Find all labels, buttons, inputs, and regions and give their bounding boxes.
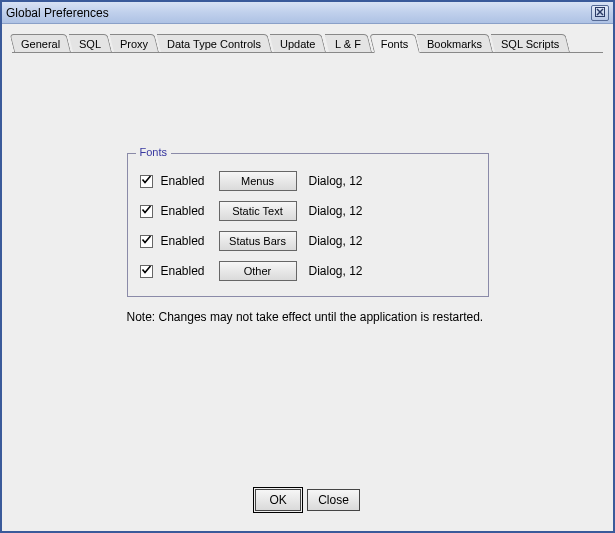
tab-general[interactable]: General (10, 34, 72, 52)
enabled-checkbox-static-text[interactable] (140, 205, 153, 218)
tab-sql-scripts[interactable]: SQL Scripts (491, 34, 571, 52)
fonts-legend: Fonts (136, 146, 172, 158)
restart-note: Note: Changes may not take effect until … (127, 309, 489, 325)
font-row-static-text: Enabled Static Text Dialog, 12 (140, 198, 476, 224)
tab-bookmarks[interactable]: Bookmarks (417, 34, 494, 52)
font-row-other: Enabled Other Dialog, 12 (140, 258, 476, 284)
tab-l-and-f[interactable]: L & F (324, 34, 371, 52)
font-desc-menus: Dialog, 12 (309, 174, 363, 188)
tabstrip: General SQL Proxy Data Type Controls Upd… (14, 30, 603, 52)
enabled-checkbox-status-bars[interactable] (140, 235, 153, 248)
enabled-checkbox-menus[interactable] (140, 175, 153, 188)
close-icon (595, 6, 605, 20)
content-area: General SQL Proxy Data Type Controls Upd… (2, 24, 613, 531)
tab-data-type-controls[interactable]: Data Type Controls (157, 34, 272, 52)
enabled-label: Enabled (161, 174, 211, 188)
tab-sql[interactable]: SQL (69, 34, 113, 52)
enabled-label: Enabled (161, 264, 211, 278)
font-desc-static-text: Dialog, 12 (309, 204, 363, 218)
check-icon (141, 264, 152, 278)
ok-button[interactable]: OK (255, 489, 301, 511)
enabled-label: Enabled (161, 234, 211, 248)
tab-proxy[interactable]: Proxy (110, 34, 160, 52)
window-title: Global Preferences (6, 6, 591, 20)
check-icon (141, 174, 152, 188)
titlebar: Global Preferences (2, 2, 613, 24)
close-button[interactable]: Close (307, 489, 360, 511)
enabled-label: Enabled (161, 204, 211, 218)
font-button-status-bars[interactable]: Status Bars (219, 231, 297, 251)
tab-update[interactable]: Update (270, 34, 327, 52)
tab-fonts[interactable]: Fonts (369, 34, 419, 53)
preferences-window: Global Preferences General SQL Proxy Dat… (0, 0, 615, 533)
font-button-menus[interactable]: Menus (219, 171, 297, 191)
check-icon (141, 204, 152, 218)
font-button-static-text[interactable]: Static Text (219, 201, 297, 221)
fonts-fieldset: Fonts Enabled Menus Dialog, 12 Enabled S… (127, 153, 489, 297)
font-desc-other: Dialog, 12 (309, 264, 363, 278)
font-row-menus: Enabled Menus Dialog, 12 (140, 168, 476, 194)
font-row-status-bars: Enabled Status Bars Dialog, 12 (140, 228, 476, 254)
font-desc-status-bars: Dialog, 12 (309, 234, 363, 248)
window-close-button[interactable] (591, 5, 609, 21)
font-button-other[interactable]: Other (219, 261, 297, 281)
dialog-buttonbar: OK Close (12, 489, 603, 511)
tabpanel-fonts: Fonts Enabled Menus Dialog, 12 Enabled S… (12, 52, 603, 521)
enabled-checkbox-other[interactable] (140, 265, 153, 278)
check-icon (141, 234, 152, 248)
